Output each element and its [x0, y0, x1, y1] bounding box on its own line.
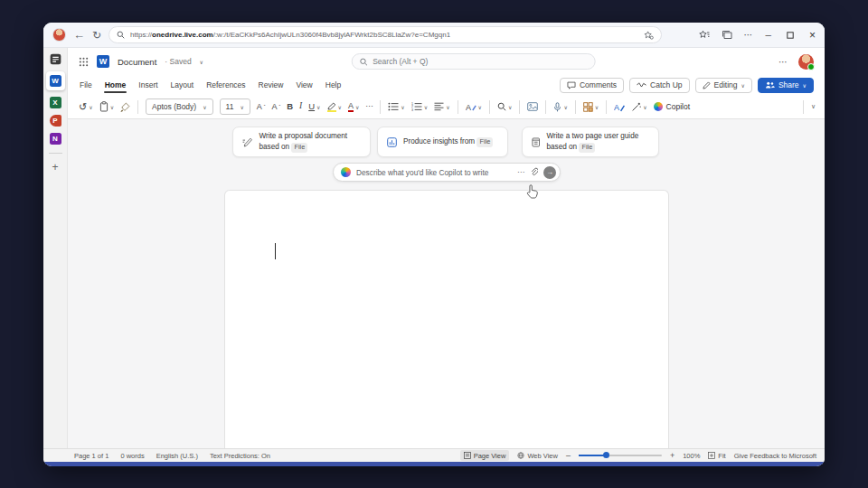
- image-search-button[interactable]: [527, 102, 538, 111]
- share-button[interactable]: Share ∨: [758, 78, 814, 93]
- chevron-down-icon: ∨: [741, 82, 745, 89]
- zoom-in-button[interactable]: +: [670, 451, 675, 460]
- menu-review[interactable]: Review: [258, 78, 285, 92]
- back-icon[interactable]: ←: [73, 29, 85, 41]
- svg-text:A: A: [614, 103, 619, 112]
- sidebar-item-onenote[interactable]: N: [50, 133, 61, 145]
- fit-icon: [708, 452, 715, 459]
- menu-insert[interactable]: Insert: [137, 78, 158, 92]
- pencil-icon: [703, 81, 711, 89]
- copilot-suggestion-card-insights[interactable]: Produce insights from File: [377, 127, 508, 157]
- grow-font-button[interactable]: Aˆ: [257, 103, 266, 111]
- close-icon[interactable]: ×: [809, 29, 816, 42]
- menu-layout[interactable]: Layout: [170, 78, 195, 92]
- browser-window: ← ↻ https://onedrive.live.com/:w:/t/EaCK…: [43, 23, 825, 466]
- font-size-select[interactable]: 11∨: [220, 99, 250, 115]
- refresh-icon[interactable]: ↻: [92, 30, 101, 41]
- file-chip[interactable]: File: [476, 137, 493, 147]
- copilot-prompt-input[interactable]: Describe what you'd like Copilot to writ…: [333, 163, 561, 182]
- prompt-more-icon[interactable]: ⋯: [517, 168, 524, 176]
- feedback-link[interactable]: Give Feedback to Microsoft: [734, 452, 816, 460]
- menu-file[interactable]: File: [79, 78, 93, 92]
- address-bar[interactable]: https://onedrive.live.com/:w:/t/EaCKkPs6…: [108, 26, 662, 43]
- numbering-button[interactable]: 123 ∨: [411, 102, 428, 111]
- minimize-icon[interactable]: ─: [766, 31, 771, 40]
- bookmark-settings-icon[interactable]: [644, 31, 654, 40]
- m365-app-icon[interactable]: [50, 53, 61, 65]
- page-view-button[interactable]: Page View: [460, 450, 510, 461]
- designer-button[interactable]: ∨: [583, 102, 599, 112]
- quick-tools-button[interactable]: ∨: [631, 102, 646, 112]
- attach-icon[interactable]: [530, 167, 538, 177]
- document-icon: [532, 137, 540, 147]
- highlight-button[interactable]: ∨: [327, 102, 342, 112]
- collapse-ribbon-icon[interactable]: ∨: [811, 103, 816, 110]
- menu-help[interactable]: Help: [325, 78, 342, 92]
- alignment-button[interactable]: ∨: [434, 102, 449, 111]
- catch-up-button[interactable]: Catch Up: [629, 78, 689, 93]
- sidebar-divider: [49, 153, 62, 154]
- header-more-icon[interactable]: ⋯: [778, 57, 788, 67]
- document-canvas[interactable]: Write a proposal document based on File …: [68, 119, 825, 448]
- account-avatar[interactable]: [798, 54, 814, 70]
- web-view-button[interactable]: Web View: [517, 452, 558, 460]
- more-formatting-icon[interactable]: ⋯: [365, 103, 373, 110]
- zoom-slider-knob[interactable]: [603, 452, 609, 458]
- file-chip[interactable]: File: [579, 143, 595, 153]
- fit-button[interactable]: Fit: [708, 452, 725, 460]
- saved-status[interactable]: · Saved: [165, 57, 191, 66]
- pencil-write-icon: [242, 137, 252, 147]
- menu-view[interactable]: View: [295, 78, 313, 92]
- bullets-button[interactable]: ∨: [388, 102, 404, 111]
- text-predictions[interactable]: Text Predictions: On: [210, 452, 270, 460]
- app-sidebar: W X P N +: [43, 48, 68, 448]
- browser-profile-avatar[interactable]: [52, 28, 66, 42]
- underline-button[interactable]: U∨: [308, 102, 320, 111]
- menu-references[interactable]: References: [205, 78, 246, 92]
- zoom-slider[interactable]: [579, 455, 662, 456]
- document-title[interactable]: Document: [118, 57, 156, 67]
- app-launcher-icon[interactable]: [79, 57, 89, 67]
- word-count[interactable]: 0 words: [120, 452, 144, 460]
- sidebar-item-excel[interactable]: X: [50, 97, 61, 108]
- send-button[interactable]: →: [543, 166, 556, 179]
- browser-more-icon[interactable]: ⋯: [744, 30, 753, 40]
- sidebar-item-word[interactable]: W: [46, 71, 65, 90]
- styles-button[interactable]: A ∨: [466, 102, 482, 111]
- copilot-icon: [654, 102, 663, 111]
- copilot-button[interactable]: Copilot: [654, 102, 690, 111]
- globe-icon: [517, 452, 524, 459]
- language-indicator[interactable]: English (U.S.): [156, 452, 198, 460]
- favorites-icon[interactable]: [699, 30, 710, 40]
- dictate-button[interactable]: ∨: [553, 102, 567, 112]
- brush-icon: [120, 102, 130, 112]
- undo-button[interactable]: ↺∨: [79, 102, 93, 112]
- page-count[interactable]: Page 1 of 1: [74, 452, 108, 460]
- search-input[interactable]: Search (Alt + Q): [351, 53, 595, 70]
- zoom-level[interactable]: 100%: [683, 452, 700, 460]
- editing-mode-button[interactable]: Editing ∨: [695, 78, 752, 93]
- maximize-icon[interactable]: [787, 32, 794, 39]
- font-name-select[interactable]: Aptos (Body)∨: [146, 99, 213, 115]
- comments-button[interactable]: Comments: [560, 78, 624, 93]
- zoom-out-button[interactable]: –: [566, 451, 571, 460]
- copilot-suggestion-card-user-guide[interactable]: Write a two page user guide based on Fil…: [522, 127, 659, 157]
- find-button[interactable]: ∨: [497, 102, 512, 111]
- format-painter-button[interactable]: [120, 102, 130, 112]
- menu-home[interactable]: Home: [104, 78, 127, 92]
- copilot-suggestion-card-proposal[interactable]: Write a proposal document based on File: [232, 127, 371, 157]
- bold-button[interactable]: B: [287, 102, 293, 111]
- shrink-font-button[interactable]: Aˇ: [272, 103, 281, 111]
- editor-button[interactable]: A: [614, 102, 625, 112]
- font-color-button[interactable]: A∨: [348, 102, 359, 112]
- add-app-button[interactable]: +: [52, 162, 58, 173]
- window-accent-strip: [43, 462, 825, 466]
- page-view-icon: [464, 452, 471, 459]
- italic-button[interactable]: I: [299, 102, 302, 111]
- clipboard-icon: [99, 101, 108, 112]
- sidebar-item-powerpoint[interactable]: P: [50, 115, 61, 127]
- file-chip[interactable]: File: [291, 143, 307, 153]
- paste-button[interactable]: ∨: [99, 101, 114, 112]
- collections-icon[interactable]: [722, 30, 732, 40]
- document-page[interactable]: [224, 190, 669, 448]
